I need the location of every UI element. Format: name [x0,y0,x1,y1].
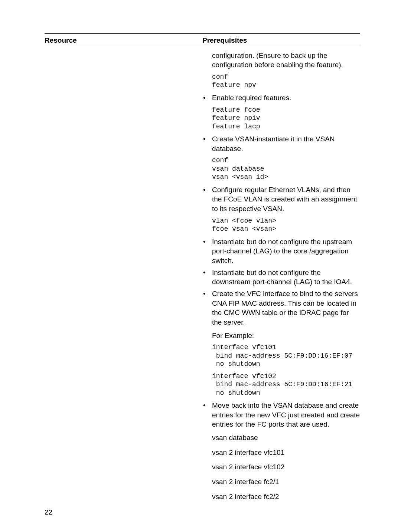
table-header: Resource Prerequisites [45,36,360,45]
code-line: vsan <vsan id> [212,173,360,181]
bullet-text: Create VSAN-instantiate it in the VSAN d… [212,135,335,152]
code-line: bind mac-address 5C:F9:DD:16:EF:07 [212,352,360,360]
page-number: 22 [45,508,52,517]
code-line: bind mac-address 5C:F9:DD:16:EF:21 [212,380,360,389]
rule-top [45,33,360,34]
header-resource: Resource [45,36,202,45]
list-item: Enable required features. [202,93,360,103]
code-block-1: conf feature npv [202,73,360,89]
bullet-list: Move back into the VSAN database and cre… [202,401,360,429]
code-block-3: conf vsan database vsan <vsan id> [202,156,360,181]
code-line: conf [212,156,360,165]
code-line: no shutdown [212,389,360,397]
vsan-line: vsan 2 interface fc2/1 [202,477,360,487]
bullet-text: Enable required features. [212,94,291,102]
list-item: Move back into the VSAN database and cre… [202,401,360,429]
bullet-text: Instantiate but do not configure the dow… [212,269,352,286]
code-line: feature npv [212,81,360,89]
bullet-text: Move back into the VSAN database and cre… [212,401,360,428]
code-block-2: feature fcoe feature npiv feature lacp [202,106,360,131]
intro-text: configuration. (Ensure to back up the co… [202,51,360,70]
vsan-line: vsan 2 interface vfc102 [202,462,360,472]
code-block-5: interface vfc101 bind mac-address 5C:F9:… [202,343,360,368]
for-example: For Example: [202,331,360,341]
list-item: Instantiate but do not configure the dow… [202,268,360,287]
code-line: fcoe vsan <vsan> [212,225,360,233]
bullet-list: Configure regular Ethernet VLANs, and th… [202,185,360,214]
bullet-list: Enable required features. [202,93,360,103]
bullet-text: Configure regular Ethernet VLANs, and th… [212,186,357,213]
code-line: feature fcoe [212,106,360,114]
vsan-line: vsan 2 interface vfc101 [202,448,360,457]
code-block-6: interface vfc102 bind mac-address 5C:F9:… [202,372,360,397]
resource-cell [45,51,202,504]
bullet-list: Instantiate but do not configure the ups… [202,237,360,327]
vsan-line: vsan database [202,433,360,443]
rule-mid [45,47,360,47]
bullet-text: Create the VFC interface to bind to the … [212,290,358,326]
vsan-line: vsan 2 interface fc2/2 [202,492,360,502]
code-line: conf [212,73,360,81]
code-line: no shutdown [212,360,360,368]
code-line: vsan database [212,165,360,173]
list-item: Configure regular Ethernet VLANs, and th… [202,185,360,214]
header-prereq: Prerequisites [202,36,360,45]
code-line: feature lacp [212,122,360,131]
code-line: vlan <fcoe vlan> [212,217,360,225]
bullet-list: Create VSAN-instantiate it in the VSAN d… [202,134,360,153]
prereq-cell: configuration. (Ensure to back up the co… [202,51,360,504]
page-container: Resource Prerequisites configuration. (E… [0,0,401,532]
code-line: interface vfc101 [212,343,360,352]
code-line: interface vfc102 [212,372,360,381]
code-line: feature npiv [212,114,360,122]
list-item: Instantiate but do not configure the ups… [202,237,360,266]
list-item: Create the VFC interface to bind to the … [202,289,360,327]
code-block-4: vlan <fcoe vlan> fcoe vsan <vsan> [202,217,360,233]
bullet-text: Instantiate but do not configure the ups… [212,238,352,265]
content-row: configuration. (Ensure to back up the co… [45,51,360,504]
list-item: Create VSAN-instantiate it in the VSAN d… [202,134,360,153]
